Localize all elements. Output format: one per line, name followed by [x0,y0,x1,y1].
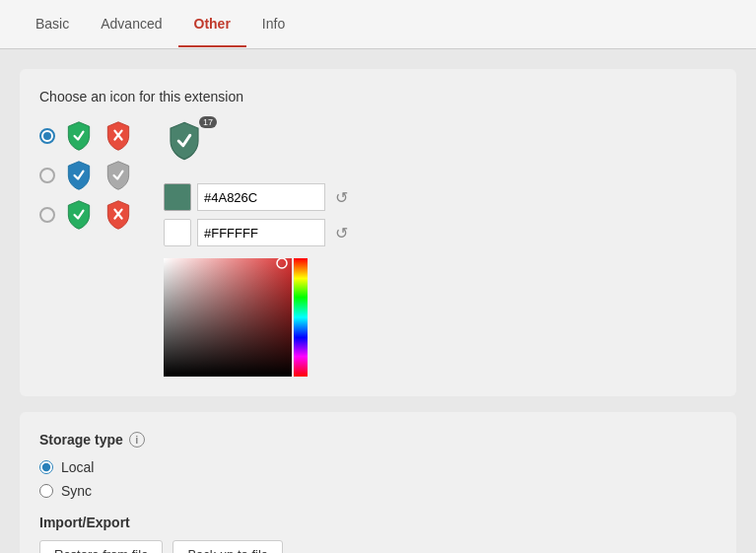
main-content: Choose an icon for this extension [0,49,756,553]
storage-sync-label[interactable]: Sync [39,483,717,499]
storage-sync-text: Sync [61,483,92,499]
shield-red-3[interactable] [103,199,134,231]
tab-advanced[interactable]: Advanced [85,2,177,47]
color-hex-input-2[interactable] [197,219,325,246]
restore-from-file-button[interactable]: Restore from file [39,540,163,553]
preview-shield-container: 17 [164,120,211,168]
color-reset-btn-2[interactable]: ↺ [331,224,352,242]
storage-local-radio[interactable] [39,460,53,474]
color-swatch-1[interactable] [164,183,191,211]
info-icon[interactable]: i [129,432,145,448]
color-swatch-2[interactable] [164,219,191,246]
color-reset-btn-1[interactable]: ↺ [331,188,352,207]
radio-icon-1[interactable] [39,128,55,144]
icon-chooser-card: Choose an icon for this extension [20,69,736,396]
hue-slider[interactable] [294,258,308,377]
color-input-row-2: ↺ [164,219,352,246]
preview-badge: 17 [199,116,217,128]
preview-shield-icon [164,120,205,162]
import-export-buttons: Restore from file Back up to file [39,540,717,553]
shield-green-3[interactable] [63,199,95,231]
icon-row-1 [39,120,134,152]
icon-radio-rows [39,120,134,377]
backup-to-file-button[interactable]: Back up to file [172,540,283,553]
color-input-row-1: ↺ [164,183,352,211]
storage-type-section: Storage type i [39,432,717,448]
radio-icon-2[interactable] [39,168,55,183]
tab-basic[interactable]: Basic [20,2,85,47]
tab-info[interactable]: Info [246,2,301,47]
icon-section-title: Choose an icon for this extension [39,89,717,104]
storage-type-label: Storage type [39,432,123,448]
import-export-title: Import/Export [39,515,717,530]
shield-gray-2[interactable] [103,160,134,191]
color-hex-input-1[interactable] [197,183,325,211]
color-picker-canvas[interactable] [164,258,292,377]
icon-row-3 [39,199,134,231]
radio-icon-3[interactable] [39,207,55,223]
storage-local-text: Local [61,459,94,475]
color-picker-popup [164,258,352,377]
storage-sync-radio[interactable] [39,484,53,498]
storage-local-label[interactable]: Local [39,459,717,475]
storage-card: Storage type i Local Sync Import/Export … [20,412,736,553]
shield-green-1[interactable] [63,120,95,152]
preview-color-section: 17 ↺ ↺ [164,120,352,377]
tab-bar: Basic Advanced Other Info [0,0,756,49]
tab-other[interactable]: Other [178,2,246,47]
shield-red-1[interactable] [103,120,134,152]
icon-chooser-layout: 17 ↺ ↺ [39,120,717,377]
shield-blue-2[interactable] [63,160,95,191]
icon-row-2 [39,160,134,191]
